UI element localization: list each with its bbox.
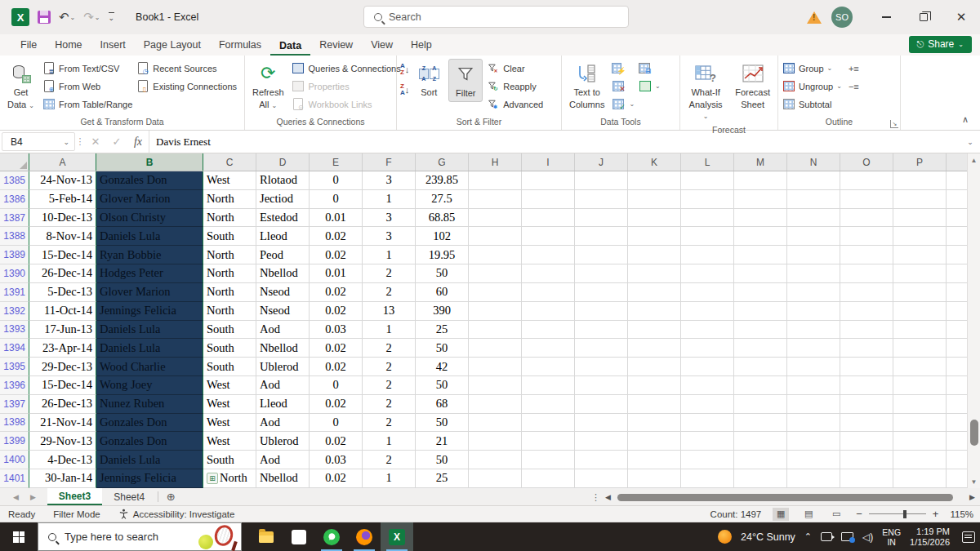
cell-E1386[interactable]: 0 xyxy=(310,190,363,209)
tab-home[interactable]: Home xyxy=(46,36,91,56)
cell-E1399[interactable]: 0.02 xyxy=(310,432,363,451)
cell-B1392[interactable]: Jennings Felicia xyxy=(96,302,203,321)
cell-O1398[interactable] xyxy=(840,414,893,433)
row-header-1401[interactable]: 1401 xyxy=(0,469,29,488)
cell-M1401[interactable] xyxy=(734,469,787,488)
cell-I1399[interactable] xyxy=(522,432,575,451)
cell-G1401[interactable]: 25 xyxy=(416,469,469,488)
cell-L1399[interactable] xyxy=(681,432,734,451)
cell-C1388[interactable]: South xyxy=(203,227,256,246)
cell-A1385[interactable]: 24-Nov-13 xyxy=(29,171,96,190)
sort-button[interactable]: ZAAZ Sort xyxy=(412,59,445,100)
cell-D1398[interactable]: Aod xyxy=(256,414,310,433)
cell-H1392[interactable] xyxy=(469,302,522,321)
cell-E1401[interactable]: 0.02 xyxy=(310,469,363,488)
cell-I1395[interactable] xyxy=(522,358,575,376)
cell-E1385[interactable]: 0 xyxy=(310,171,363,190)
cell-O1393[interactable] xyxy=(840,321,893,340)
get-data-button[interactable]: Get Data ⌄ xyxy=(3,59,38,113)
cell-E1390[interactable]: 0.01 xyxy=(310,264,363,283)
normal-view-icon[interactable]: ▦ xyxy=(773,508,789,521)
cell-N1398[interactable] xyxy=(787,414,840,433)
start-button[interactable] xyxy=(0,522,38,551)
cell-B1385[interactable]: Gonzales Don xyxy=(96,171,203,190)
cell-G1398[interactable]: 50 xyxy=(416,414,469,433)
cell-J1398[interactable] xyxy=(575,414,628,433)
cell-J1396[interactable] xyxy=(575,376,628,395)
cell-D1393[interactable]: Aod xyxy=(256,321,310,340)
column-header-K[interactable]: K xyxy=(628,153,681,171)
row-header-1394[interactable]: 1394 xyxy=(0,339,29,358)
cell-F1396[interactable]: 2 xyxy=(363,376,416,395)
cell-A1393[interactable]: 17-Jun-13 xyxy=(29,321,96,340)
hscroll-left-icon[interactable]: ◀ xyxy=(605,493,611,501)
cell-H1395[interactable] xyxy=(469,358,522,376)
hide-detail-button[interactable]: −≡ xyxy=(849,78,859,94)
taskbar-file-explorer[interactable] xyxy=(250,522,283,551)
cell-O1391[interactable] xyxy=(840,283,893,302)
cell-O1399[interactable] xyxy=(840,432,893,451)
cell-C1401[interactable]: ⊞North xyxy=(203,469,256,488)
data-validation-button[interactable]: ✓⌄ xyxy=(612,96,635,112)
row-header-1391[interactable]: 1391 xyxy=(0,283,29,302)
weather-icon[interactable] xyxy=(718,530,732,544)
cell-J1385[interactable] xyxy=(575,171,628,190)
cell-P1389[interactable] xyxy=(893,246,947,264)
cell-B1396[interactable]: Wong Joey xyxy=(96,376,203,395)
cell-O1390[interactable] xyxy=(840,264,893,283)
cell-K1385[interactable] xyxy=(628,171,681,190)
cell-G1395[interactable]: 42 xyxy=(416,358,469,376)
cell-C1385[interactable]: West xyxy=(203,171,256,190)
cell-E1391[interactable]: 0.02 xyxy=(310,283,363,302)
cell-D1399[interactable]: Ublerod xyxy=(256,432,310,451)
cell-A1392[interactable]: 11-Oct-14 xyxy=(29,302,96,321)
row-header-1388[interactable]: 1388 xyxy=(0,227,29,246)
cell-N1394[interactable] xyxy=(787,339,840,358)
share-button[interactable]: ⎋Share⌄ xyxy=(909,36,972,53)
cell-F1398[interactable]: 2 xyxy=(363,414,416,433)
cell-L1390[interactable] xyxy=(681,264,734,283)
cell-N1389[interactable] xyxy=(787,246,840,264)
cell-J1395[interactable] xyxy=(575,358,628,376)
column-header-G[interactable]: G xyxy=(416,153,469,171)
tab-review[interactable]: Review xyxy=(310,36,362,56)
cell-C1393[interactable]: South xyxy=(203,321,256,340)
page-layout-view-icon[interactable]: ▤ xyxy=(800,508,817,521)
cell-J1397[interactable] xyxy=(575,395,628,414)
cell-C1391[interactable]: North xyxy=(203,283,256,302)
consolidate-button[interactable]: ⊟ xyxy=(638,60,661,76)
tab-file[interactable]: File xyxy=(11,36,46,56)
horizontal-scroll-thumb[interactable] xyxy=(617,494,953,501)
cell-I1396[interactable] xyxy=(522,376,575,395)
cell-D1389[interactable]: Peod xyxy=(256,246,310,264)
column-header-O[interactable]: O xyxy=(840,153,893,171)
row-header-1392[interactable]: 1392 xyxy=(0,302,29,321)
customize-qat-icon[interactable]: ⌄ xyxy=(109,12,115,22)
cell-G1393[interactable]: 25 xyxy=(416,321,469,340)
column-header-H[interactable]: H xyxy=(469,153,522,171)
cell-P1395[interactable] xyxy=(893,358,947,376)
cell-I1389[interactable] xyxy=(522,246,575,264)
column-header-E[interactable]: E xyxy=(310,153,363,171)
cell-J1401[interactable] xyxy=(575,469,628,488)
cell-M1398[interactable] xyxy=(734,414,787,433)
cell-I1388[interactable] xyxy=(522,227,575,246)
cell-E1387[interactable]: 0.01 xyxy=(310,209,363,228)
cell-B1389[interactable]: Ryan Bobbie xyxy=(96,246,203,264)
cell-G1390[interactable]: 50 xyxy=(416,264,469,283)
cell-K1390[interactable] xyxy=(628,264,681,283)
cell-P1399[interactable] xyxy=(893,432,947,451)
cell-M1388[interactable] xyxy=(734,227,787,246)
show-hidden-icons-chevron[interactable]: ⌃ xyxy=(804,531,812,542)
cell-M1390[interactable] xyxy=(734,264,787,283)
tab-view[interactable]: View xyxy=(362,36,402,56)
cell-J1389[interactable] xyxy=(575,246,628,264)
cell-A1401[interactable]: 30-Jan-14 xyxy=(29,469,96,488)
cell-P1401[interactable] xyxy=(893,469,947,488)
row-header-1395[interactable]: 1395 xyxy=(0,358,29,376)
notification-center-icon[interactable] xyxy=(962,531,975,543)
cell-P1386[interactable] xyxy=(893,190,947,209)
cell-M1392[interactable] xyxy=(734,302,787,321)
sort-descending-button[interactable]: ZA↓ xyxy=(400,82,409,96)
cell-G1391[interactable]: 60 xyxy=(416,283,469,302)
